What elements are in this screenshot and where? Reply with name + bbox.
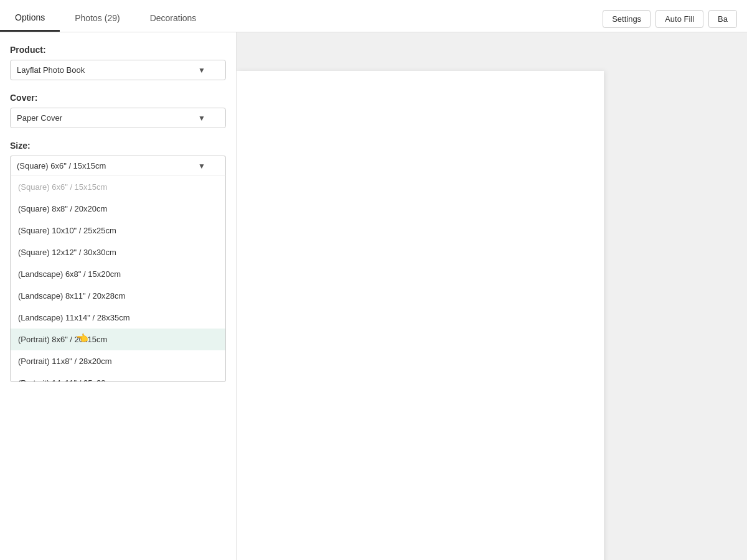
dropdown-item-sq8x8[interactable]: (Square) 8x8" / 20x20cm [11,198,225,220]
size-chevron-icon: ▼ [198,162,205,170]
dropdown-item-ls8x11[interactable]: (Landscape) 8x11" / 20x28cm [11,285,225,307]
size-dropdown-list: (Square) 6x6" / 15x15cm (Square) 8x8" / … [10,176,226,382]
right-canvas [237,32,747,560]
cover-label: Cover: [10,93,226,103]
size-field-group: Size: (Square) 6x6" / 15x15cm ▼ (Square)… [10,141,226,176]
size-select[interactable]: (Square) 6x6" / 15x15cm ▼ [10,156,226,176]
cover-chevron-icon: ▼ [198,114,205,123]
dropdown-item-ls6x8[interactable]: (Landscape) 6x8" / 15x20cm [11,263,225,285]
tab-bar: Options Photos (29) Decorations Settings… [0,0,747,32]
dropdown-item-ls11x14[interactable]: (Landscape) 11x14" / 28x35cm [11,307,225,329]
left-panel: Product: Layflat Photo Book ▼ Cover: Pap… [0,32,237,560]
cover-select[interactable]: Paper Cover ▼ [10,108,226,128]
size-select-value: (Square) 6x6" / 15x15cm [17,161,106,170]
main-content: Product: Layflat Photo Book ▼ Cover: Pap… [0,32,747,560]
size-label: Size: [10,141,226,151]
tab-decorations[interactable]: Decorations [135,4,212,32]
dropdown-item-sq10x10[interactable]: (Square) 10x10" / 25x25cm [11,220,225,241]
tab-photos[interactable]: Photos (29) [60,4,134,32]
dropdown-item-pt11x8[interactable]: (Portrait) 11x8" / 28x20cm [11,350,225,372]
product-field-group: Product: Layflat Photo Book ▼ [10,45,226,80]
dropdown-item-pt14x11[interactable]: (Portrait) 14x11" / 35x28cm [11,372,225,381]
product-label: Product: [10,45,226,55]
size-select-wrapper: (Square) 6x6" / 15x15cm ▼ (Square) 6x6" … [10,156,226,176]
product-select-value: Layflat Photo Book [17,65,85,75]
cover-select-wrapper: Paper Cover ▼ [10,108,226,128]
app-container: Options Photos (29) Decorations Settings… [0,0,747,560]
product-chevron-icon: ▼ [198,66,205,75]
product-select[interactable]: Layflat Photo Book ▼ [10,60,226,80]
product-select-wrapper: Layflat Photo Book ▼ [10,60,226,80]
settings-button[interactable]: Settings [603,10,651,28]
tab-options[interactable]: Options [0,4,60,32]
page-preview [237,71,604,560]
dropdown-item-pt8x6[interactable]: (Portrait) 8x6" / 20x15cm 👈 [11,329,225,350]
back-button[interactable]: Ba [708,10,737,28]
dropdown-item-sq12x12[interactable]: (Square) 12x12" / 30x30cm [11,241,225,263]
cover-select-value: Paper Cover [17,113,62,123]
canvas-inner [237,65,747,560]
dropdown-item-sq6x6[interactable]: (Square) 6x6" / 15x15cm [11,176,225,198]
size-dropdown-scroll[interactable]: (Square) 6x6" / 15x15cm (Square) 8x8" / … [11,176,225,381]
cover-field-group: Cover: Paper Cover ▼ [10,93,226,128]
autofill-button[interactable]: Auto Fill [655,10,703,28]
